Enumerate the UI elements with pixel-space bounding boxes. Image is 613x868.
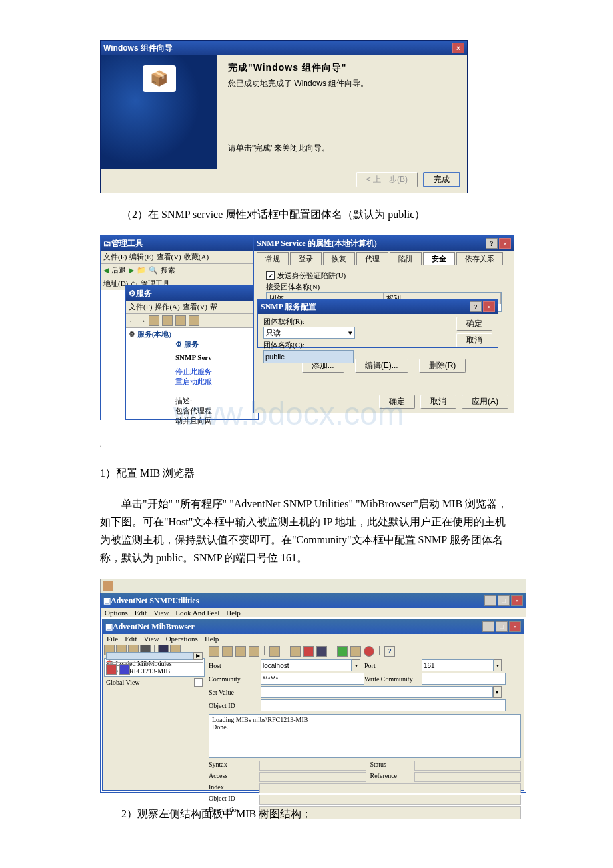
mib-menu-bar[interactable]: File Edit View Operations Help (103, 634, 524, 643)
close-icon[interactable]: × (483, 301, 495, 312)
tool-icon[interactable] (249, 646, 259, 657)
props-cancel-button[interactable]: 取消 (420, 395, 456, 409)
arrow-left-icon[interactable]: ← (129, 317, 136, 325)
global-view-checkbox[interactable] (194, 678, 203, 687)
wizard-finish-button[interactable]: 完成 (423, 172, 460, 187)
svc-toolbar[interactable]: ← → (126, 314, 258, 328)
chart-icon[interactable] (303, 646, 314, 657)
help-icon[interactable]: ? (384, 646, 395, 657)
admin-menu-fav[interactable]: 收藏(A) (184, 252, 209, 262)
chevron-down-icon[interactable]: ▾ (493, 686, 502, 698)
close-icon[interactable]: × (509, 621, 521, 632)
svc-selected[interactable]: SNMP Serv (175, 353, 255, 361)
props-apply-button[interactable]: 应用(A) (462, 395, 508, 409)
admin-nav-toolbar[interactable]: ◀ 后退 ▶ 📁 🔍 搜索 (101, 264, 254, 277)
tool-icon[interactable] (269, 646, 280, 657)
mib-tree-panel[interactable]: 📚 Loaded MibModules ⊕ 📄 RFC1213-MIB ▶ Gl… (104, 658, 205, 677)
help-icon[interactable]: ? (470, 301, 482, 312)
tab-agent[interactable]: 代理 (356, 252, 388, 265)
h-scrollbar-track[interactable] (106, 652, 193, 660)
chevron-down-icon[interactable]: ▾ (494, 659, 502, 671)
util-menu-edit[interactable]: Edit (135, 609, 147, 617)
mib-main-toolbar[interactable]: ? (209, 645, 521, 658)
mib-menu-file[interactable]: File (107, 635, 118, 643)
arrow-right-icon[interactable]: → (139, 317, 146, 325)
svc-tree-item[interactable]: ⚙ 服务(本地) (129, 329, 255, 339)
tool-icon[interactable] (209, 646, 219, 657)
minimize-icon[interactable]: _ (484, 595, 496, 606)
util-menu-laf[interactable]: Look And Feel (175, 609, 219, 617)
admin-menu-file[interactable]: 文件(F) (103, 252, 127, 262)
tab-recovery[interactable]: 恢复 (323, 252, 355, 265)
util-menu-view[interactable]: View (153, 609, 169, 617)
table-icon[interactable] (316, 646, 327, 657)
tool-icon[interactable] (222, 646, 233, 657)
mib-menu-help[interactable]: Help (205, 635, 219, 643)
search-icon[interactable]: 🔍 (149, 266, 158, 275)
cfg-rights-select[interactable]: 只读 ▾ (263, 327, 355, 339)
scroll-right-icon[interactable]: ▶ (193, 652, 203, 660)
tab-dependencies[interactable]: 依存关系 (456, 252, 503, 265)
props-title-bar[interactable]: SNMP Service 的属性(本地计算机) ? × (254, 236, 514, 251)
cfg-cancel-button[interactable]: 取消 (456, 333, 492, 347)
send-auth-trap-checkbox[interactable]: ✔ (266, 271, 275, 280)
port-input[interactable] (422, 659, 494, 671)
admin-menu-edit[interactable]: 编辑(E) (129, 252, 153, 262)
props-tabs[interactable]: 常规 登录 恢复 代理 陷阱 安全 依存关系 (254, 251, 514, 265)
mib-menu-view[interactable]: View (143, 635, 159, 643)
cfg-title-bar[interactable]: SNMP 服务配置 ? × (258, 299, 498, 314)
tab-security[interactable]: 安全 (423, 252, 455, 265)
svc-stop-link[interactable]: 停止此服务 (175, 367, 255, 377)
help-icon[interactable]: ? (486, 238, 498, 249)
tab-logon[interactable]: 登录 (290, 252, 322, 265)
cfg-ok-button[interactable]: 确定 (456, 317, 492, 331)
back-icon[interactable]: ◀ (103, 266, 109, 275)
chevron-down-icon[interactable]: ▾ (352, 659, 360, 671)
mib-title-bar[interactable]: ▣ AdventNet MibBrowser _ □ × (103, 619, 524, 634)
admin-back-label[interactable]: 后退 (111, 265, 126, 275)
svc-title-bar[interactable]: ⚙ 服务 (126, 286, 258, 301)
toolbar-btn[interactable] (189, 315, 199, 326)
svc-menu-view[interactable]: 查看(V) (183, 302, 207, 312)
util-menu-help[interactable]: Help (226, 609, 240, 617)
wizard-title-bar[interactable]: Windows 组件向导 × (101, 41, 467, 55)
toolbar-btn[interactable] (162, 315, 173, 326)
toolbar-btn[interactable] (149, 315, 159, 326)
svc-menu-bar[interactable]: 文件(F) 操作(A) 查看(V) 帮 (126, 301, 258, 314)
close-icon[interactable]: × (499, 238, 511, 249)
cfg-name-input[interactable] (263, 350, 354, 363)
tab-traps[interactable]: 陷阱 (390, 252, 422, 265)
host-input[interactable] (261, 659, 352, 671)
start-icon[interactable] (337, 646, 348, 657)
up-icon[interactable]: 📁 (137, 266, 146, 275)
mib-menu-edit[interactable]: Edit (125, 635, 137, 643)
community-input[interactable] (261, 673, 364, 685)
admin-title-bar[interactable]: 🗂 管理工具 (101, 236, 254, 251)
mib-menu-ops[interactable]: Operations (166, 635, 198, 643)
props-ok-button[interactable]: 确定 (379, 395, 415, 409)
util-menu-bar[interactable]: Options Edit View Look And Feel Help (101, 608, 526, 617)
admin-menu-bar[interactable]: 文件(F) 编辑(E) 查看(V) 收藏(A) (101, 251, 254, 264)
stop-icon[interactable] (364, 646, 374, 657)
tool-icon[interactable] (235, 646, 246, 657)
admin-menu-view[interactable]: 查看(V) (157, 252, 181, 262)
close-icon[interactable]: × (511, 595, 523, 606)
tool-icon[interactable] (290, 646, 301, 657)
minimize-icon[interactable]: _ (482, 621, 494, 632)
setvalue-input[interactable] (261, 686, 493, 698)
objectid-input[interactable] (261, 699, 506, 711)
close-icon[interactable]: × (452, 43, 464, 53)
admin-search-label[interactable]: 搜索 (161, 265, 175, 275)
util-menu-options[interactable]: Options (105, 609, 128, 617)
maximize-icon[interactable]: □ (496, 621, 508, 632)
util-title-bar[interactable]: ▣ AdventNet SNMPUtilities _ □ × (101, 593, 526, 608)
toolbar-btn[interactable] (175, 315, 186, 326)
forward-icon[interactable]: ▶ (129, 266, 134, 275)
maximize-icon[interactable]: □ (498, 595, 510, 606)
svc-menu-help[interactable]: 帮 (210, 302, 217, 312)
tab-general[interactable]: 常规 (257, 252, 289, 265)
svc-menu-action[interactable]: 操作(A) (155, 302, 179, 312)
write-community-input[interactable] (422, 673, 506, 685)
svc-restart-link[interactable]: 重启动此服 (175, 377, 255, 387)
refresh-icon[interactable] (350, 646, 361, 657)
